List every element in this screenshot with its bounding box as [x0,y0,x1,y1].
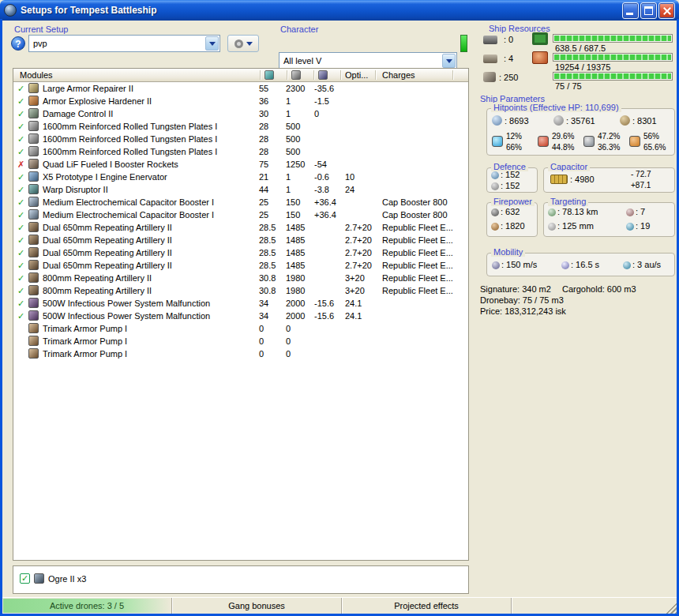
module-cpu-value: 28 [259,133,268,145]
cpu-bar [553,34,673,43]
rig-slots-icon [483,72,496,82]
module-row[interactable]: ✓ Dual 650mm Repeating Artillery II 28.5… [13,259,468,272]
gang-bonuses-panel[interactable]: Gang bonuses [172,598,342,614]
module-cpu-value: 21 [259,171,268,183]
module-cap-value: -3.8 [314,183,329,196]
module-cpu-value: 36 [259,95,268,107]
module-name: 500W Infectious Power System Malfunction [43,297,210,310]
titlebar[interactable]: Setups for Tempest Battleship [0,0,679,21]
resist-shield-value: 47.2% [598,131,620,142]
module-row[interactable]: ✓ 500W Infectious Power System Malfuncti… [13,297,468,310]
active-drones-bar: Active drones: 3 / 5 [3,599,171,613]
module-row[interactable]: ✓ Dual 650mm Repeating Artillery II 28.5… [13,246,468,259]
dronebay-value: Dronebay: 75 / 75 m3 [480,295,564,305]
module-status-icon: ✓ [16,221,26,234]
firepower-group: Firepower : 632 : 1820 [486,202,538,237]
module-row[interactable]: ✓ Dual 650mm Repeating Artillery II 28.5… [13,221,468,234]
capacitor-label: Capacitor [548,162,590,171]
module-opti-value: 24.1 [345,310,362,322]
module-row[interactable]: Trimark Armor Pump I 0 0 [13,335,468,347]
module-powergrid-value: 1980 [286,272,305,284]
module-name: 1600mm Reinforced Rolled Tungsten Plates… [43,133,217,145]
module-type-icon [28,133,39,144]
statusbar-spacer [512,598,677,614]
module-type-icon [28,171,39,182]
targeting-range-stat: : 78.13 km [548,207,598,216]
module-row[interactable]: ✗ Quad LiF Fueled I Booster Rockets 75 1… [13,158,468,171]
module-row[interactable]: ✓ Medium Electrochemical Capacitor Boost… [13,196,468,208]
armor-icon [553,115,564,126]
turret-hardpoints-icon [483,36,497,44]
capacitor-usage-column-icon[interactable] [318,70,328,80]
module-cpu-value: 28.5 [259,221,276,234]
powergrid-usage-column-icon[interactable] [291,70,301,80]
module-name: Trimark Armor Pump I [43,347,127,360]
opti-column-header[interactable]: Opti... [345,70,368,80]
module-row[interactable]: ✓ X5 Prototype I Engine Enervator 21 1 -… [13,171,468,183]
module-cap-value: +36.4 [314,196,336,208]
module-row[interactable]: ✓ 1600mm Reinforced Rolled Tungsten Plat… [13,145,468,158]
module-type-icon [28,209,39,220]
module-name: Armor Explosive Hardener II [43,95,152,107]
minimize-button[interactable] [622,2,639,19]
capacitor-drain-stat: - 72.7 [631,170,651,178]
module-row[interactable]: ✓ Large Armor Repairer II 55 2300 -35.6 [13,82,468,95]
module-status-icon: ✓ [16,183,26,196]
drone-list-item[interactable]: ✓ Ogre II x3 [20,573,86,584]
character-combobox[interactable]: All level V [279,52,457,69]
modules-table-header[interactable]: Modules Opti... Charges [13,69,468,82]
cpu-usage-column-icon[interactable] [264,70,274,80]
resist-cell: 47.2% 36.3% [582,131,626,153]
module-powergrid-value: 500 [286,133,300,145]
module-row[interactable]: ✓ Medium Electrochemical Capacitor Boost… [13,208,468,221]
module-row[interactable]: ✓ Armor Explosive Hardener II 36 1 -1.5 [13,95,468,107]
character-combobox-arrow-icon[interactable] [442,54,456,68]
module-row[interactable]: ✓ Warp Disruptor II 44 1 -3.8 24 [13,183,468,196]
resist-cell: 12% 66% [490,131,535,153]
module-powergrid-value: 1485 [286,259,305,272]
maximize-button[interactable] [640,2,657,19]
module-row[interactable]: Trimark Armor Pump I 0 0 [13,322,468,335]
module-row[interactable]: ✓ Dual 650mm Repeating Artillery II 28.5… [13,234,468,246]
module-row[interactable]: ✓ 800mm Repeating Artillery II 30.8 1980… [13,284,468,297]
module-name: Warp Disruptor II [43,183,108,196]
projected-effects-panel[interactable]: Projected effects [342,598,512,614]
module-status-icon: ✓ [16,171,26,183]
module-row[interactable]: Trimark Armor Pump I 0 0 [13,347,468,360]
modules-column-header[interactable]: Modules [20,70,53,80]
setup-combobox-arrow-icon[interactable] [205,36,219,51]
module-powergrid-value: 1250 [286,158,305,171]
charges-column-header[interactable]: Charges [382,70,415,80]
setup-tools-button[interactable] [227,35,259,52]
module-row[interactable]: ✓ 500W Infectious Power System Malfuncti… [13,310,468,322]
module-row[interactable]: ✓ 1600mm Reinforced Rolled Tungsten Plat… [13,120,468,133]
structure-icon [620,115,630,126]
sig-resolution-stat: : 125 mm [548,221,594,231]
calibration-bar [553,72,673,81]
module-row[interactable]: ✓ 800mm Repeating Artillery II 30.8 1980… [13,272,468,284]
module-cpu-value: 28.5 [259,246,276,259]
module-cap-value: -15.6 [314,310,334,322]
module-powergrid-value: 1 [286,171,291,183]
projected-effects-text: Projected effects [394,601,459,610]
module-row[interactable]: ✓ 1600mm Reinforced Rolled Tungsten Plat… [13,133,468,145]
module-name: 800mm Repeating Artillery II [43,272,152,284]
drone-checkbox[interactable]: ✓ [20,573,30,584]
module-row[interactable]: ✓ Damage Control II 30 1 0 [13,107,468,120]
module-powergrid-value: 1 [286,95,291,107]
help-icon[interactable]: ? [11,36,25,51]
module-charge-value: Republic Fleet E... [382,246,453,259]
drones-panel: ✓ Ogre II x3 [13,565,469,594]
module-name: Large Armor Repairer II [43,82,133,95]
close-button[interactable] [658,2,675,19]
module-type-icon [28,285,39,295]
module-type-icon [28,336,39,346]
module-powergrid-value: 1980 [286,284,305,297]
cpu-icon [532,32,548,45]
module-type-icon [28,184,39,194]
speed-icon [492,261,500,269]
drone-name: Ogre II x3 [48,574,86,584]
window-title: Setups for Tempest Battleship [21,5,621,16]
module-powergrid-value: 500 [286,145,300,158]
setup-combobox[interactable]: pvp [28,35,220,52]
